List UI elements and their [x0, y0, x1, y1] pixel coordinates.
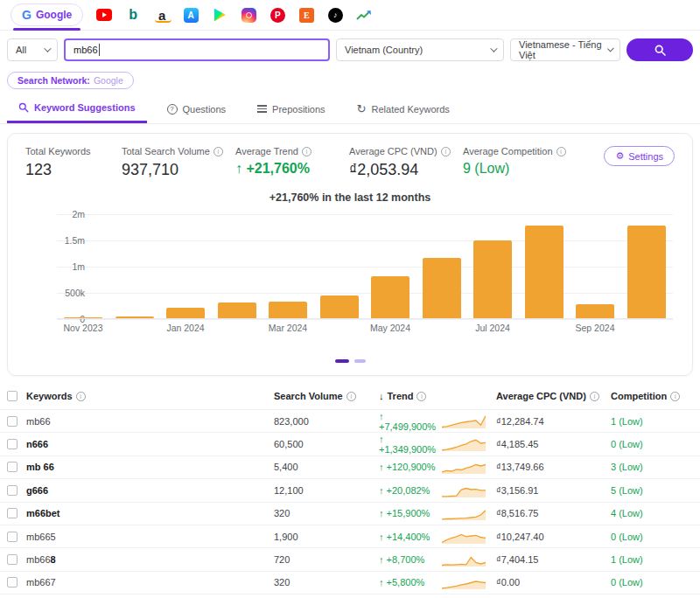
tab-label: Prepositions: [272, 104, 326, 115]
chevron-down-icon: [490, 45, 497, 52]
bing-icon: b: [129, 7, 137, 23]
table-row[interactable]: m66bet320↑ +15,900%₫8,516.754 (Low): [0, 502, 700, 525]
scope-select[interactable]: All: [7, 38, 58, 61]
info-icon[interactable]: i: [416, 392, 426, 401]
gear-icon: ⚙: [615, 150, 624, 162]
row-checkbox[interactable]: [7, 554, 18, 565]
engine-tab-tiktok[interactable]: ♪: [327, 7, 343, 23]
country-select[interactable]: Vietnam (Country): [336, 38, 504, 61]
trend-cell: ↑ +20,082%: [379, 485, 442, 496]
trend-cell: ↑ +8,700%: [379, 554, 442, 565]
chart-bar: [166, 308, 205, 318]
chart-bar: [269, 302, 307, 318]
trend-sparkline: [442, 414, 496, 429]
search-button[interactable]: [626, 38, 693, 61]
table-row[interactable]: n66660,500↑ +1,349,900%₫4,185.450 (Low): [0, 432, 700, 455]
result-tabs: Keyword Suggestions ? Questions Preposit…: [0, 96, 700, 124]
info-icon[interactable]: i: [302, 147, 312, 156]
keyword-cell[interactable]: n666: [26, 439, 274, 449]
row-checkbox[interactable]: [7, 485, 18, 496]
keyword-cell[interactable]: mb668: [26, 554, 274, 565]
trend-cell: ↑ +5,800%: [379, 577, 442, 588]
chart-bar: [371, 276, 410, 318]
tab-prepositions[interactable]: Prepositions: [246, 96, 337, 123]
competition-cell: 0 (Low): [611, 532, 700, 542]
table-row[interactable]: g66612,100↑ +20,082%₫3,156.915 (Low): [0, 478, 700, 501]
search-icon: [18, 102, 29, 113]
row-checkbox[interactable]: [7, 439, 18, 449]
competition-cell: 4 (Low): [611, 508, 700, 518]
keyword-cell[interactable]: m66bet: [26, 508, 274, 518]
table-row[interactable]: mb66823,000↑ +7,499,900%₫12,284.741 (Low…: [0, 409, 700, 432]
row-checkbox[interactable]: [7, 577, 18, 588]
engine-tab-youtube[interactable]: [96, 7, 112, 23]
engine-tab-etsy[interactable]: E: [298, 7, 314, 23]
search-volume-cell: 720: [274, 554, 379, 565]
table-row[interactable]: mb6651,900↑ +14,400%₫10,247.400 (Low): [0, 525, 700, 547]
trend-sparkline: [442, 459, 496, 475]
competition-cell: 3 (Low): [611, 462, 700, 472]
chart-bar: [116, 316, 154, 318]
engine-google-label: Google: [36, 9, 72, 21]
language-select[interactable]: Vietnamese - Tiếng Việt: [510, 38, 620, 61]
trends-icon: [356, 10, 372, 21]
settings-button-label: Settings: [628, 151, 663, 162]
keyword-cell[interactable]: mb665: [26, 532, 274, 542]
sort-desc-icon[interactable]: ↓: [379, 391, 384, 401]
info-icon[interactable]: i: [214, 147, 223, 156]
keyword-cell[interactable]: g666: [26, 485, 274, 496]
chart-bar: [218, 302, 256, 318]
engine-tab-bing[interactable]: b: [125, 7, 141, 23]
pagination-dot-active[interactable]: [335, 359, 349, 363]
settings-button[interactable]: ⚙ Settings: [604, 146, 675, 166]
search-volume-cell: 823,000: [274, 416, 379, 427]
row-checkbox[interactable]: [7, 416, 18, 427]
tab-keyword-suggestions[interactable]: Keyword Suggestions: [7, 96, 147, 123]
info-icon[interactable]: i: [590, 392, 599, 401]
row-checkbox[interactable]: [7, 508, 18, 518]
pinterest-icon: P: [270, 8, 285, 23]
info-icon[interactable]: i: [670, 392, 680, 401]
tab-related-keywords[interactable]: ↻ Related Keywords: [346, 96, 461, 123]
chevron-down-icon: [607, 45, 614, 52]
trend-sparkline: [442, 529, 496, 545]
keyword-cell[interactable]: mb 66: [26, 462, 274, 472]
chart-bars: [57, 214, 673, 319]
keyword-cell[interactable]: mb66: [26, 416, 274, 427]
info-icon[interactable]: i: [76, 392, 86, 401]
chart-bar: [627, 226, 666, 318]
engine-tab-google[interactable]: G Google: [10, 3, 83, 26]
engine-tab-amazon[interactable]: a: [154, 7, 170, 23]
engine-tab-trends[interactable]: [356, 7, 372, 23]
search-form: All mb66 Vietnam (Country) Vietnamese - …: [0, 31, 700, 66]
row-checkbox[interactable]: [7, 532, 18, 542]
chart-bar: [423, 258, 461, 318]
engine-tab-pinterest[interactable]: P: [270, 7, 285, 23]
engine-tab-appstore[interactable]: A: [183, 7, 199, 23]
table-row[interactable]: mb667320↑ +5,800%₫0.000 (Low): [0, 571, 700, 594]
engine-tab-instagram[interactable]: [241, 7, 256, 23]
row-checkbox[interactable]: [7, 462, 18, 472]
trend-chart: 2m1.5m1m500k0 Nov 2023Jan 2024Mar 2024Ma…: [25, 211, 675, 344]
youtube-icon: [96, 9, 112, 21]
table-body: mb66823,000↑ +7,499,900%₫12,284.741 (Low…: [0, 409, 700, 598]
keyword-cell[interactable]: mb667: [26, 577, 274, 588]
info-icon[interactable]: i: [441, 147, 451, 156]
chart-bar: [525, 226, 564, 318]
select-all-checkbox[interactable]: [7, 391, 18, 401]
tab-label: Keyword Suggestions: [34, 102, 136, 113]
stat-value: ₫2,053.94: [349, 161, 463, 179]
tab-questions[interactable]: ? Questions: [156, 96, 238, 123]
up-arrow-icon: ↑: [235, 161, 242, 176]
table-row[interactable]: m6663,600↑ +3,900%₫509.311 (Low): [0, 594, 700, 598]
table-row[interactable]: mb 665,400↑ +120,900%₫13,749.663 (Low): [0, 455, 700, 478]
x-tick-label: Nov 2023: [64, 323, 103, 333]
stat-average-competition: Average Competitioni 9 (Low): [463, 146, 603, 177]
table-row[interactable]: mb668720↑ +8,700%₫7,404.151 (Low): [0, 547, 700, 570]
trend-cell: ↑ +1,349,900%: [379, 434, 442, 455]
pagination-dot[interactable]: [354, 359, 366, 363]
engine-tab-googleplay[interactable]: [212, 7, 228, 23]
info-icon[interactable]: i: [346, 392, 356, 401]
info-icon[interactable]: i: [556, 147, 566, 156]
search-input[interactable]: mb66: [64, 38, 330, 61]
